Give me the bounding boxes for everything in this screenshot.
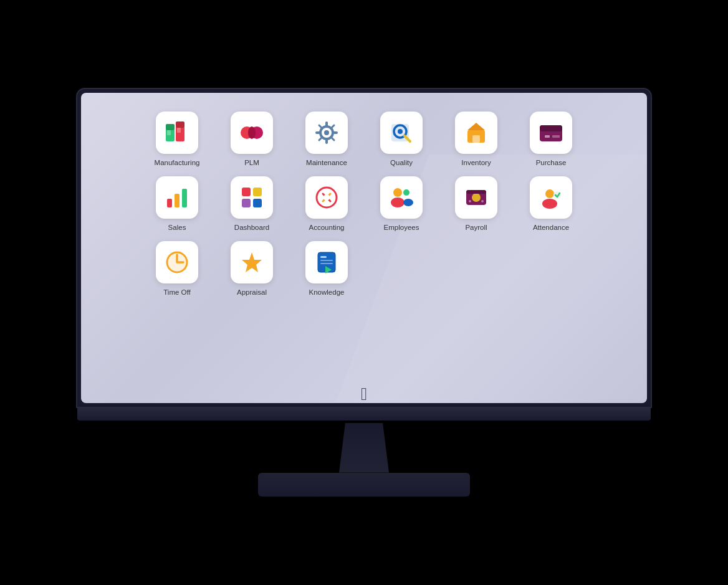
appraisal-icon [231, 241, 273, 283]
app-item-employees[interactable]: Employees [370, 176, 433, 231]
monitor-screen: Manufacturing PLM Maintenance Quality In… [81, 93, 647, 403]
svg-point-8 [248, 126, 256, 139]
monitor-chin [77, 407, 651, 421]
timeoff-icon [156, 241, 198, 283]
appraisal-label: Appraisal [237, 288, 267, 296]
svg-rect-25 [472, 135, 480, 143]
timeoff-label: Time Off [163, 288, 190, 296]
svg-rect-27 [540, 125, 562, 131]
monitor-neck [333, 423, 395, 473]
app-item-maintenance[interactable]: Maintenance [295, 112, 358, 166]
svg-point-49 [481, 200, 484, 202]
svg-rect-36 [253, 199, 262, 207]
apple-logo-icon:  [361, 384, 367, 404]
inventory-icon [455, 112, 497, 154]
plm-icon [231, 112, 273, 154]
svg-rect-47 [466, 190, 486, 194]
app-item-purchase[interactable]: Purchase [520, 112, 582, 166]
apps-grid: Manufacturing PLM Maintenance Quality In… [146, 112, 582, 296]
svg-point-46 [472, 193, 481, 202]
svg-point-50 [545, 189, 554, 198]
svg-rect-35 [242, 199, 251, 207]
knowledge-label: Knowledge [309, 288, 345, 296]
svg-point-51 [542, 199, 557, 209]
app-item-timeoff[interactable]: Time Off [146, 241, 208, 296]
quality-label: Quality [390, 159, 413, 166]
svg-point-10 [324, 130, 329, 135]
payroll-label: Payroll [465, 224, 487, 231]
knowledge-icon [305, 241, 348, 283]
employees-icon [380, 176, 423, 219]
svg-point-44 [403, 199, 413, 206]
app-item-sales[interactable]: Sales [146, 176, 208, 231]
plm-label: PLM [244, 159, 259, 166]
svg-line-17 [332, 125, 334, 128]
app-item-payroll[interactable]: Payroll [445, 176, 507, 231]
app-item-quality[interactable]: Quality [370, 112, 433, 166]
app-item-appraisal[interactable]: Appraisal [221, 241, 283, 296]
purchase-label: Purchase [536, 159, 567, 166]
monitor-base [258, 473, 470, 497]
app-item-attendance[interactable]: Attendance [520, 176, 582, 231]
monitor-bezel: Manufacturing PLM Maintenance Quality In… [77, 89, 651, 407]
sales-icon [156, 176, 198, 219]
svg-rect-32 [182, 189, 187, 207]
inventory-label: Inventory [461, 159, 491, 166]
svg-rect-5 [177, 128, 181, 133]
manufacturing-icon [156, 112, 198, 154]
svg-line-16 [332, 137, 334, 140]
accounting-icon [305, 176, 348, 219]
svg-rect-31 [175, 194, 180, 207]
app-item-inventory[interactable]: Inventory [445, 112, 507, 166]
app-item-accounting[interactable]: Accounting [295, 176, 358, 231]
svg-point-48 [469, 200, 471, 202]
svg-rect-33 [242, 188, 251, 196]
svg-point-43 [403, 189, 410, 196]
maintenance-icon [305, 112, 348, 154]
app-item-knowledge[interactable]: Knowledge [295, 241, 358, 296]
accounting-label: Accounting [309, 224, 345, 231]
monitor-wrapper: Manufacturing PLM Maintenance Quality In… [77, 89, 651, 497]
svg-rect-58 [320, 256, 327, 258]
dashboard-label: Dashboard [234, 224, 269, 231]
dashboard-icon [231, 176, 273, 219]
svg-rect-30 [167, 199, 172, 207]
payroll-icon [455, 176, 497, 219]
svg-marker-55 [242, 252, 262, 272]
svg-rect-34 [253, 188, 262, 196]
manufacturing-label: Manufacturing [155, 159, 200, 166]
svg-point-40 [323, 194, 330, 201]
svg-point-41 [393, 188, 402, 197]
sales-label: Sales [168, 224, 186, 231]
svg-line-18 [319, 137, 322, 140]
svg-rect-60 [320, 263, 333, 264]
svg-point-42 [391, 197, 405, 207]
quality-icon [380, 112, 423, 154]
attendance-label: Attendance [533, 224, 569, 231]
app-item-manufacturing[interactable]: Manufacturing [146, 112, 208, 166]
svg-line-15 [319, 125, 322, 128]
attendance-icon [530, 176, 572, 219]
svg-rect-3 [176, 121, 184, 128]
svg-rect-4 [167, 130, 171, 135]
purchase-icon [530, 112, 572, 154]
svg-rect-1 [166, 124, 175, 130]
svg-point-21 [398, 129, 403, 134]
maintenance-label: Maintenance [306, 159, 347, 166]
employees-label: Employees [384, 224, 419, 231]
svg-rect-59 [320, 260, 333, 261]
app-item-dashboard[interactable]: Dashboard [221, 176, 283, 231]
svg-rect-28 [545, 135, 550, 138]
app-item-plm[interactable]: PLM [221, 112, 283, 166]
svg-marker-24 [467, 123, 485, 130]
svg-rect-29 [552, 135, 560, 138]
